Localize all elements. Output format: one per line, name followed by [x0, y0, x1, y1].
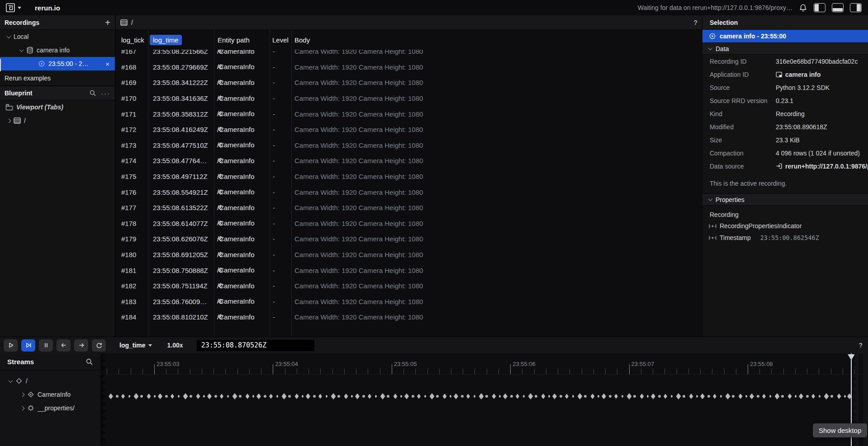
table-row[interactable]: #178 23:55:08.614077Z /CameraInfo - Came… — [116, 216, 702, 231]
cell-entity-path[interactable]: /CameraInfo — [217, 126, 224, 133]
scrollbar-thumb[interactable] — [0, 59, 1, 71]
follow-button[interactable] — [21, 339, 35, 352]
cell-entity-path[interactable]: /CameraInfo — [217, 251, 224, 258]
table-row[interactable]: #173 23:55:08.477510Z /CameraInfo - Came… — [116, 137, 702, 153]
loop-button[interactable] — [92, 339, 106, 352]
column-header-level[interactable]: Level — [272, 36, 289, 44]
event-mark — [819, 395, 821, 398]
recordings-header: Recordings + — [0, 15, 115, 30]
property-row[interactable]: Timestamp 23:55:00.862546Z — [702, 232, 868, 244]
table-row[interactable]: #168 23:55:08.279669Z /CameraInfo - Came… — [116, 59, 702, 75]
table-row[interactable]: #184 23:55:08.810210Z /CameraInfo - Came… — [116, 309, 702, 325]
table-row-clipped[interactable]: #167 23:55:08.221566Z /CameraInfo - Came… — [116, 50, 702, 59]
blueprint-root-item[interactable]: / — [0, 114, 115, 127]
chevron-down-icon[interactable] — [19, 47, 24, 52]
table-row[interactable]: #176 23:55:08.554921Z /CameraInfo - Came… — [116, 184, 702, 200]
table-row[interactable]: #175 23:55:08.497112Z /CameraInfo - Came… — [116, 169, 702, 184]
field-label: Application ID — [710, 71, 776, 78]
cell-entity-path[interactable]: /CameraInfo — [217, 267, 224, 273]
cell-entity-path[interactable]: /CameraInfo — [217, 50, 224, 55]
column-header-entity-path[interactable]: Entity path — [218, 36, 250, 44]
blueprint-menu-icon[interactable]: ··· — [101, 89, 110, 97]
tree-item-camera-info[interactable]: camera info — [0, 43, 115, 57]
cell-entity-path[interactable]: /CameraInfo — [217, 220, 224, 226]
pause-button[interactable] — [39, 339, 53, 352]
stream-item-camerainfo[interactable]: CameraInfo — [0, 388, 100, 401]
tree-item-recording-selected[interactable]: 23:55:00 - 2… × — [0, 57, 115, 70]
rerun-logo[interactable] — [5, 3, 21, 13]
table-rows-area[interactable]: #167 23:55:08.221566Z /CameraInfo - Came… — [116, 50, 702, 337]
chevron-right-icon[interactable] — [20, 392, 25, 397]
toggle-bottom-panel-icon[interactable] — [832, 3, 844, 12]
table-row[interactable]: #170 23:55:08.341636Z /CameraInfo - Came… — [116, 90, 702, 106]
cell-entity-path[interactable]: /CameraInfo — [217, 63, 224, 70]
field-value: 0.23.1 — [776, 97, 793, 104]
play-button[interactable] — [4, 339, 18, 352]
cell-entity-path[interactable]: /CameraInfo — [217, 79, 224, 86]
cell-entity-path[interactable]: /CameraInfo — [217, 157, 224, 164]
search-icon[interactable] — [89, 89, 96, 97]
data-field-row: Source RRD version 0.23.1 — [702, 94, 868, 107]
cell-entity-path[interactable]: /CameraInfo — [217, 173, 224, 180]
cell-log-tick: #173 — [121, 141, 136, 149]
data-section-header[interactable]: Data — [702, 42, 868, 55]
chevron-right-icon[interactable] — [7, 118, 11, 123]
stream-item-root[interactable]: / — [0, 374, 100, 388]
tree-item-local[interactable]: Local — [0, 30, 115, 43]
timeline-canvas[interactable]: 23:55:0323:55:0423:55:0523:55:0623:55:07… — [100, 353, 868, 446]
step-forward-button[interactable] — [74, 339, 88, 352]
cell-entity-path[interactable]: /CameraInfo — [217, 314, 224, 320]
table-row[interactable]: #183 23:55:08.76009… /CameraInfo - Camer… — [116, 294, 702, 310]
column-header-body[interactable]: Body — [294, 36, 310, 44]
event-mark — [269, 394, 273, 399]
playback-speed[interactable]: 1.00x — [167, 342, 183, 349]
step-back-button[interactable] — [57, 339, 71, 352]
cell-entity-path[interactable]: /CameraInfo — [217, 204, 224, 211]
table-row[interactable]: #174 23:55:08.47764… /CameraInfo - Camer… — [116, 153, 702, 169]
table-row[interactable]: #180 23:55:08.691205Z /CameraInfo - Came… — [116, 247, 702, 263]
stream-item-properties[interactable]: __properties/ — [0, 401, 100, 415]
cell-entity-path[interactable]: /CameraInfo — [217, 282, 224, 289]
table-row[interactable]: #172 23:55:08.416249Z /CameraInfo - Came… — [116, 122, 702, 137]
toggle-left-panel-icon[interactable] — [814, 3, 825, 12]
table-row[interactable]: #179 23:55:08.626076Z /CameraInfo - Came… — [116, 231, 702, 247]
notifications-bell-icon[interactable] — [799, 4, 807, 12]
event-mark — [523, 395, 525, 398]
cell-entity-path[interactable]: /CameraInfo — [217, 298, 224, 305]
time-axis-minor-tick — [593, 369, 594, 374]
column-header-log-tick[interactable]: log_tick — [121, 36, 144, 44]
table-row[interactable]: #169 23:55:08.341222Z /CameraInfo - Came… — [116, 75, 702, 90]
close-recording-button[interactable]: × — [105, 60, 109, 68]
timeline-selector-dropdown[interactable]: log_time — [119, 342, 152, 349]
table-row[interactable]: #182 23:55:08.751194Z /CameraInfo - Came… — [116, 278, 702, 294]
column-header-log-time-highlighted[interactable]: log_time — [150, 35, 182, 45]
help-icon[interactable]: ? — [693, 19, 697, 26]
current-time-input[interactable] — [197, 340, 314, 351]
table-row[interactable]: #181 23:55:08.750888Z /CameraInfo - Came… — [116, 262, 702, 278]
cell-level: - — [273, 188, 275, 196]
time-axis-minor-tick — [724, 369, 725, 374]
help-icon[interactable]: ? — [859, 342, 863, 349]
cell-entity-path[interactable]: /CameraInfo — [217, 95, 224, 102]
time-axis-minor-tick — [356, 369, 356, 374]
event-mark — [510, 395, 513, 398]
cell-entity-path[interactable]: /CameraInfo — [217, 141, 224, 148]
property-row[interactable]: RecordingPropertiesIndicator — [702, 220, 868, 232]
cell-entity-path[interactable]: /CameraInfo — [217, 235, 224, 242]
table-row[interactable]: #177 23:55:08.613522Z /CameraInfo - Came… — [116, 200, 702, 216]
table-row[interactable]: #171 23:55:08.358312Z /CameraInfo - Came… — [116, 106, 702, 122]
selected-recording-row[interactable]: camera info - 23:55:00 — [702, 30, 868, 42]
chevron-right-icon[interactable] — [20, 406, 25, 410]
chevron-down-icon[interactable] — [9, 378, 13, 383]
add-recording-button[interactable]: + — [105, 18, 110, 27]
cell-entity-path[interactable]: /CameraInfo — [217, 188, 224, 195]
viewport-item[interactable]: Viewport (Tabs) — [0, 100, 115, 114]
rerun-examples-section[interactable]: Rerun examples — [0, 70, 115, 86]
search-icon[interactable] — [85, 358, 93, 366]
properties-section-header[interactable]: Properties — [702, 193, 868, 206]
cell-entity-path[interactable]: /CameraInfo — [217, 110, 224, 117]
toggle-right-panel-icon[interactable] — [850, 3, 862, 12]
breadcrumb-root[interactable]: / — [131, 19, 133, 26]
chevron-down-icon[interactable] — [7, 34, 11, 38]
event-mark — [591, 394, 595, 399]
